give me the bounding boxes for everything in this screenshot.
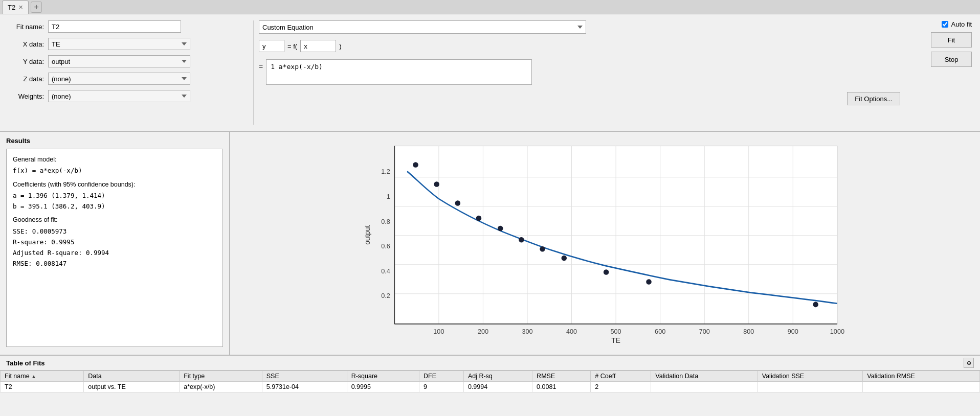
fit-options-button[interactable]: Fit Options... — [847, 92, 900, 105]
svg-text:800: 800 — [743, 328, 754, 335]
right-controls: Auto fit Fit Stop — [905, 20, 972, 125]
fits-table: Fit name ▲ Data Fit type SSE R-square DF… — [0, 371, 980, 392]
cell-data: output vs. TE — [84, 382, 180, 392]
adj-rsquare-value: Adjusted R-square: 0.9994 — [13, 247, 216, 258]
goodness-label: Goodness of fit: — [13, 215, 216, 225]
svg-text:700: 700 — [699, 328, 710, 335]
cell-val-sse — [758, 382, 863, 392]
table-section: Table of Fits ⊕ Fit name ▲ Data Fit type… — [0, 355, 980, 416]
form-section: Fit name: X data: TE Y data: output Z da… — [8, 20, 254, 125]
equation-type-select[interactable]: Custom Equation — [259, 20, 586, 34]
col-adj-rsq[interactable]: Adj R-sq — [463, 371, 532, 382]
data-point — [413, 163, 418, 168]
equation-formula-row: = 1 a*exp(-x/b) — [259, 59, 900, 85]
eq-close-paren: ) — [339, 42, 341, 50]
cell-rmse: 0.0081 — [532, 382, 591, 392]
table-row: T2 output vs. TE a*exp(-x/b) 5.9731e-04 … — [1, 382, 980, 392]
svg-text:0.6: 0.6 — [381, 243, 390, 250]
cell-adj-rsq: 0.9994 — [463, 382, 532, 392]
tab-close-icon[interactable]: ✕ — [18, 5, 23, 10]
middle-panel: Results General model: f(x) = a*exp(-x/b… — [0, 132, 980, 355]
table-header-row: Table of Fits ⊕ — [0, 356, 980, 371]
y-data-label: Y data: — [8, 58, 44, 65]
svg-text:1000: 1000 — [830, 328, 844, 335]
z-data-label: Z data: — [8, 75, 44, 83]
col-sse[interactable]: SSE — [262, 371, 347, 382]
data-point — [455, 201, 461, 206]
y-data-select[interactable]: output — [48, 55, 190, 67]
cell-fit-type: a*exp(-x/b) — [180, 382, 262, 392]
table-container: Fit name ▲ Data Fit type SSE R-square DF… — [0, 371, 980, 392]
col-rmse[interactable]: RMSE — [532, 371, 591, 382]
stop-button[interactable]: Stop — [931, 52, 972, 67]
add-tab-button[interactable]: + — [31, 2, 42, 13]
tab-bar: T2 ✕ + — [0, 0, 980, 14]
autofit-checkbox[interactable] — [942, 21, 948, 28]
svg-text:100: 100 — [433, 328, 444, 335]
results-box: General model: f(x) = a*exp(-x/b) Coeffi… — [6, 149, 223, 347]
weights-row: Weights: (none) — [8, 90, 243, 102]
data-point — [498, 226, 503, 232]
fit-name-row: Fit name: — [8, 20, 243, 33]
x-var-input[interactable] — [300, 40, 336, 52]
cell-val-data — [651, 382, 758, 392]
data-point — [813, 302, 818, 308]
general-model-formula: f(x) = a*exp(-x/b) — [13, 165, 216, 176]
fit-button[interactable]: Fit — [931, 32, 972, 48]
coeff-b: b = 395.1 (386.2, 403.9) — [13, 201, 216, 212]
x-data-select[interactable]: TE — [48, 38, 190, 50]
cell-coeff: 2 — [591, 382, 651, 392]
data-point — [646, 280, 652, 285]
tab-t2[interactable]: T2 ✕ — [2, 1, 29, 14]
y-var-input[interactable] — [259, 40, 284, 52]
svg-text:output: output — [364, 225, 371, 245]
fit-name-label: Fit name: — [8, 23, 44, 31]
col-data[interactable]: Data — [84, 371, 180, 382]
table-title: Table of Fits — [6, 359, 962, 367]
top-panel: Fit name: X data: TE Y data: output Z da… — [0, 14, 980, 132]
rsquare-value: R-square: 0.9995 — [13, 237, 216, 247]
results-section: Results General model: f(x) = a*exp(-x/b… — [0, 132, 230, 355]
equation-var-row: = f( ) — [259, 40, 900, 52]
svg-text:0.8: 0.8 — [381, 218, 390, 225]
formula-input[interactable]: 1 a*exp(-x/b) — [266, 59, 532, 85]
sse-value: SSE: 0.0005973 — [13, 226, 216, 237]
rmse-value: RMSE: 0.008147 — [13, 258, 216, 269]
coefficients-label: Coefficients (with 95% confidence bounds… — [13, 179, 216, 190]
equation-type-row: Custom Equation — [259, 20, 900, 34]
results-title: Results — [6, 137, 223, 145]
svg-text:400: 400 — [566, 328, 577, 335]
svg-text:500: 500 — [611, 328, 621, 335]
chart-svg: 1.2 1 0.8 0.6 0.4 0.2 100 200 300 400 50… — [362, 141, 848, 345]
col-val-rmse[interactable]: Validation RMSE — [863, 371, 980, 382]
col-fit-name[interactable]: Fit name ▲ — [1, 371, 84, 382]
col-val-sse[interactable]: Validation SSE — [758, 371, 863, 382]
coeff-a: a = 1.396 (1.379, 1.414) — [13, 190, 216, 201]
x-data-row: X data: TE — [8, 38, 243, 50]
col-val-data[interactable]: Validation Data — [651, 371, 758, 382]
col-dfe[interactable]: DFE — [419, 371, 464, 382]
col-rsquare[interactable]: R-square — [347, 371, 419, 382]
equation-section: Custom Equation = f( ) = 1 a*exp(-x/b) F… — [254, 20, 905, 125]
col-fit-type[interactable]: Fit type — [180, 371, 262, 382]
autofit-label: Auto fit — [951, 20, 972, 28]
weights-select[interactable]: (none) — [48, 90, 190, 102]
autofit-row: Auto fit — [942, 20, 972, 28]
eq-formula-equals: = — [259, 62, 263, 71]
data-point — [519, 237, 524, 243]
table-header: Fit name ▲ Data Fit type SSE R-square DF… — [1, 371, 980, 382]
eq-fx-label: = f( — [287, 42, 297, 50]
svg-text:300: 300 — [522, 328, 532, 335]
cell-sse: 5.9731e-04 — [262, 382, 347, 392]
fit-name-input[interactable] — [48, 20, 181, 33]
col-coeff[interactable]: # Coeff — [591, 371, 651, 382]
svg-text:TE: TE — [611, 337, 620, 344]
z-data-select[interactable]: (none) — [48, 73, 190, 85]
tab-label: T2 — [8, 4, 15, 11]
data-point — [434, 182, 439, 188]
table-collapse-button[interactable]: ⊕ — [964, 358, 974, 368]
data-point — [562, 256, 567, 261]
svg-text:200: 200 — [478, 328, 488, 335]
svg-text:1: 1 — [387, 193, 390, 200]
weights-label: Weights: — [8, 93, 44, 100]
